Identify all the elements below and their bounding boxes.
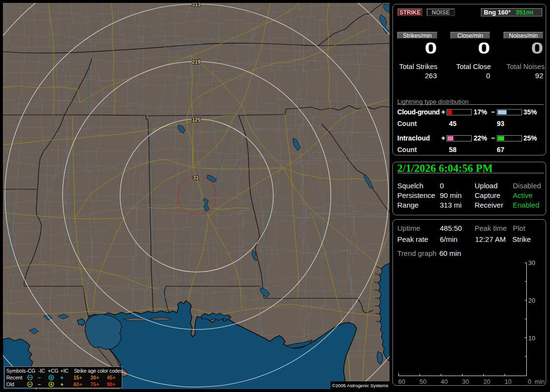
svg-text:+IC: +IC xyxy=(60,368,69,374)
svg-text:60+: 60+ xyxy=(73,381,82,387)
svg-text:−: − xyxy=(38,375,41,380)
svg-text:-IC: -IC xyxy=(38,368,45,374)
svg-text:10: 10 xyxy=(528,335,535,342)
svg-text:31: 31 xyxy=(193,175,199,181)
svg-text:+CG: +CG xyxy=(48,368,58,374)
svg-text:30: 30 xyxy=(528,259,535,266)
svg-text:75+: 75+ xyxy=(90,381,99,387)
svg-text:45+: 45+ xyxy=(107,375,116,380)
svg-text:Symbols: Symbols xyxy=(6,368,26,374)
svg-text:219: 219 xyxy=(192,59,201,65)
svg-text:125: 125 xyxy=(192,117,201,123)
svg-text:20: 20 xyxy=(528,297,535,304)
svg-text:Recent: Recent xyxy=(6,375,22,380)
svg-text:−: − xyxy=(38,381,41,387)
svg-text:90+: 90+ xyxy=(107,381,116,387)
svg-text:+: + xyxy=(60,375,63,380)
svg-text:+: + xyxy=(60,381,63,387)
svg-text:Strike age color codes: Strike age color codes xyxy=(74,368,123,374)
svg-text:©2005 Astrogenic Systems: ©2005 Astrogenic Systems xyxy=(332,383,389,388)
svg-text:-CG: -CG xyxy=(26,368,35,374)
svg-text:Old: Old xyxy=(6,381,14,387)
svg-text:30+: 30+ xyxy=(90,375,99,380)
svg-text:313: 313 xyxy=(192,3,201,7)
svg-text:15+: 15+ xyxy=(73,375,82,380)
